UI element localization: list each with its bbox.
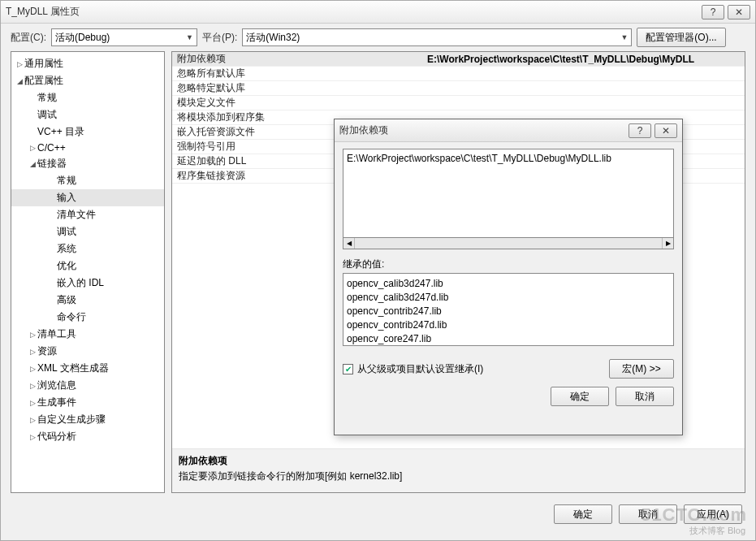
tree-item-label: 调试 — [37, 108, 57, 122]
tree-item[interactable]: 常规 — [11, 172, 164, 189]
tree-item-label: 浏览信息 — [37, 379, 76, 392]
tree-item[interactable]: 高级 — [11, 292, 164, 309]
property-row[interactable]: 忽略所有默认库 — [172, 67, 745, 81]
scroll-right-icon[interactable]: ▶ — [662, 238, 673, 249]
modal-help-button[interactable]: ? — [629, 123, 651, 138]
watermark: 51CTO.com — [641, 504, 747, 526]
tree-item[interactable]: 命令行 — [11, 309, 164, 326]
expand-icon: ▷ — [28, 348, 37, 356]
tree-item[interactable]: 系统 — [11, 240, 164, 258]
property-value — [424, 81, 745, 95]
modal-close-button[interactable]: ✕ — [654, 123, 677, 138]
inherited-listbox[interactable]: opencv_calib3d247.libopencv_calib3d247d.… — [343, 273, 674, 346]
tree-item[interactable]: ▷C/C++ — [11, 141, 164, 155]
property-row[interactable]: 模块定义文件 — [172, 96, 745, 110]
property-name: 忽略所有默认库 — [172, 67, 424, 80]
tree-item[interactable]: ▷自定义生成步骤 — [11, 411, 164, 428]
tree-item[interactable]: VC++ 目录 — [11, 123, 164, 141]
tree-item[interactable]: ▷代码分析 — [11, 428, 164, 445]
macro-button[interactable]: 宏(M) >> — [609, 359, 674, 379]
desc-text: 指定要添加到链接命令行的附加项[例如 kernel32.lib] — [179, 470, 738, 483]
tree-item[interactable]: 常规 — [11, 89, 164, 106]
tree-item-label: 系统 — [57, 242, 76, 256]
config-manager-button[interactable]: 配置管理器(O)... — [637, 28, 725, 47]
help-button[interactable]: ? — [702, 5, 724, 19]
inherit-checkbox-label: 从父级或项目默认设置继承(I) — [357, 362, 483, 376]
tree-panel[interactable]: ▷通用属性◢配置属性常规调试VC++ 目录▷C/C++◢链接器常规输入清单文件调… — [11, 51, 165, 493]
close-button[interactable]: ✕ — [728, 5, 750, 19]
chevron-down-icon: ▼ — [186, 33, 193, 41]
modal-titlebar: 附加依赖项 ? ✕ — [335, 119, 682, 142]
tree-item-label: XML 文档生成器 — [37, 361, 109, 375]
main-titlebar: T_MyDLL 属性页 ? ✕ — [1, 1, 755, 24]
property-row[interactable]: 忽略特定默认库 — [172, 81, 745, 96]
deps-textbox[interactable]: E:\WorkProject\workspace\C\test\T_MyDLL\… — [343, 149, 674, 238]
property-value — [424, 67, 745, 80]
tree-item[interactable]: 输入 — [11, 189, 164, 206]
tree-item[interactable]: ▷XML 文档生成器 — [11, 360, 164, 377]
modal-ok-button[interactable]: 确定 — [551, 387, 609, 406]
property-value: E:\WorkProject\workspace\C\test\T_MyDLL\… — [424, 52, 745, 66]
property-name: 附加依赖项 — [172, 52, 424, 66]
tree-item[interactable]: ▷资源 — [11, 343, 164, 360]
tree-item-label: 常规 — [37, 91, 57, 105]
tree-item[interactable]: 优化 — [11, 258, 164, 275]
list-item[interactable]: opencv_core247.lib — [347, 332, 670, 346]
additional-deps-dialog: 附加依赖项 ? ✕ E:\WorkProject\workspace\C\tes… — [334, 119, 683, 435]
config-value: 活动(Debug) — [55, 31, 110, 45]
inherit-checkbox[interactable]: ✔ — [343, 364, 353, 374]
list-item[interactable]: opencv_calib3d247d.lib — [347, 291, 670, 305]
chevron-down-icon: ▼ — [620, 33, 628, 41]
expand-icon: ▷ — [28, 399, 37, 407]
list-item[interactable]: opencv_contrib247.lib — [347, 305, 670, 318]
tree-item-label: 链接器 — [37, 157, 67, 171]
tree-item-label: 生成事件 — [37, 396, 76, 409]
tree-item[interactable]: ▷通用属性 — [11, 55, 164, 72]
tree-item-label: VC++ 目录 — [37, 125, 84, 139]
expand-icon: ▷ — [28, 382, 37, 390]
tree-item-label: 输入 — [57, 191, 76, 205]
platform-label: 平台(P): — [202, 31, 237, 45]
tree-item-label: 代码分析 — [37, 430, 76, 444]
modal-body: E:\WorkProject\workspace\C\test\T_MyDLL\… — [335, 142, 682, 435]
platform-combo[interactable]: 活动(Win32) ▼ — [242, 28, 632, 46]
expand-icon: ◢ — [15, 77, 24, 85]
tree-item[interactable]: ▷清单工具 — [11, 326, 164, 343]
expand-icon: ▷ — [28, 416, 37, 424]
tree-item[interactable]: 清单文件 — [11, 206, 164, 223]
expand-icon: ▷ — [28, 144, 37, 152]
tree-item-label: 调试 — [57, 225, 76, 239]
tree-item[interactable]: 嵌入的 IDL — [11, 275, 164, 292]
watermark-sub: 技术博客 Blog — [689, 525, 745, 537]
inherit-row: ✔ 从父级或项目默认设置继承(I) 宏(M) >> — [343, 359, 674, 379]
scroll-left-icon[interactable]: ◀ — [343, 238, 355, 249]
tree-item-label: 常规 — [57, 174, 76, 188]
tree-item[interactable]: ◢配置属性 — [11, 72, 164, 89]
config-toolbar: 配置(C): 活动(Debug) ▼ 平台(P): 活动(Win32) ▼ 配置… — [1, 24, 755, 51]
config-combo[interactable]: 活动(Debug) ▼ — [51, 28, 197, 46]
expand-icon: ▷ — [28, 365, 37, 373]
expand-icon: ▷ — [15, 60, 24, 68]
tree-item[interactable]: 调试 — [11, 106, 164, 123]
desc-title: 附加依赖项 — [179, 454, 738, 468]
tree-item-label: 命令行 — [57, 310, 86, 324]
horizontal-scrollbar[interactable]: ◀ ▶ — [343, 238, 674, 249]
ok-button[interactable]: 确定 — [554, 504, 612, 524]
expand-icon: ▷ — [28, 331, 37, 339]
list-item[interactable]: opencv_calib3d247.lib — [347, 277, 670, 291]
inherited-label: 继承的值: — [343, 258, 674, 271]
tree-item[interactable]: ▷浏览信息 — [11, 377, 164, 394]
description-panel: 附加依赖项 指定要添加到链接命令行的附加项[例如 kernel32.lib] — [172, 448, 745, 492]
tree-item[interactable]: 调试 — [11, 223, 164, 240]
tree-item-label: 清单工具 — [37, 327, 76, 341]
property-value — [424, 96, 745, 110]
tree-item[interactable]: ▷生成事件 — [11, 394, 164, 411]
tree-item-label: 配置属性 — [24, 74, 63, 88]
config-label: 配置(C): — [11, 31, 46, 45]
tree-item-label: 清单文件 — [57, 208, 96, 222]
modal-cancel-button[interactable]: 取消 — [616, 387, 674, 406]
tree-item-label: 自定义生成步骤 — [37, 413, 106, 426]
tree-item[interactable]: ◢链接器 — [11, 155, 164, 172]
property-row[interactable]: 附加依赖项E:\WorkProject\workspace\C\test\T_M… — [172, 52, 745, 67]
list-item[interactable]: opencv_contrib247d.lib — [347, 318, 670, 332]
